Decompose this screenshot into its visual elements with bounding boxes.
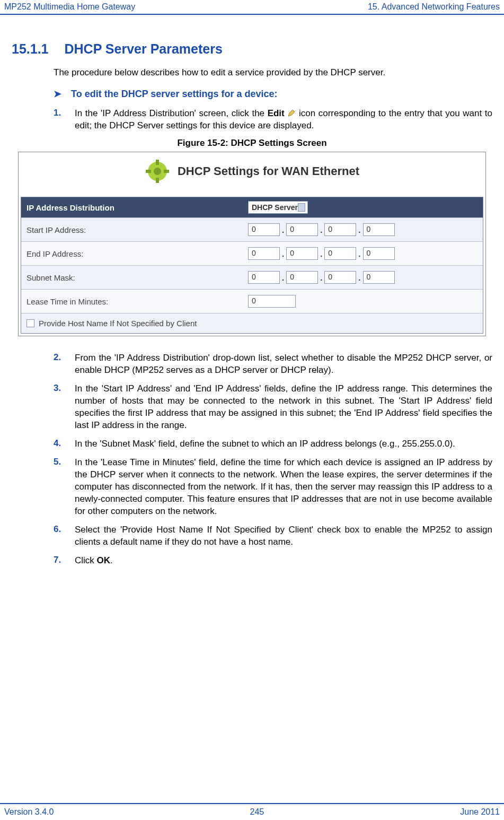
footer-version: Version 3.4.0: [4, 807, 54, 817]
step-body: In the 'Start IP Address' and 'End IP Ad…: [75, 383, 492, 432]
end-ip-octet-4[interactable]: 0: [363, 247, 395, 260]
step-number: 5.: [54, 457, 75, 467]
screenshot-title-bar: DHCP Settings for WAN Ethernet: [19, 152, 485, 195]
settings-table: IP Address Distribution DHCP Server Star…: [21, 197, 483, 334]
row-label: Lease Time in Minutes:: [26, 297, 248, 306]
svg-rect-5: [164, 170, 169, 173]
svg-rect-3: [156, 178, 159, 183]
step-3: 3. In the 'Start IP Address' and 'End IP…: [54, 383, 492, 432]
start-ip-octet-3[interactable]: 0: [324, 223, 356, 236]
pencil-icon: [287, 109, 296, 117]
row-label: End IP Address:: [26, 249, 248, 258]
row-label: Subnet Mask:: [26, 273, 248, 282]
step-4: 4. In the 'Subnet Mask' field, define th…: [54, 438, 492, 450]
end-ip-row: End IP Address: 0. 0. 0. 0: [21, 241, 483, 265]
step-number: 4.: [54, 438, 75, 449]
checkbox-label: Provide Host Name If Not Specified by Cl…: [39, 319, 197, 328]
task-heading: ➤ To edit the DHCP server settings for a…: [54, 89, 492, 100]
subnet-row: Subnet Mask: 0. 0. 0. 0: [21, 265, 483, 289]
step-number: 6.: [54, 524, 75, 535]
step-2: 2. From the 'IP Address Distribution' dr…: [54, 352, 492, 377]
step-body: In the 'Lease Time in Minutes' field, de…: [75, 457, 492, 518]
gear-icon: [145, 159, 170, 184]
step-number: 1.: [54, 108, 75, 118]
hostname-checkbox[interactable]: [26, 319, 34, 327]
subnet-octet-4[interactable]: 0: [363, 271, 395, 284]
step-number: 7.: [54, 555, 75, 565]
intro-paragraph: The procedure below describes how to edi…: [54, 67, 492, 78]
footer-date: June 2011: [460, 807, 500, 817]
step-1: 1. In the 'IP Address Distribution' scre…: [54, 108, 492, 132]
svg-rect-4: [146, 170, 151, 173]
arrow-icon: ➤: [54, 89, 61, 100]
header-right: 15. Advanced Networking Features: [368, 2, 500, 12]
dhcp-settings-screenshot: DHCP Settings for WAN Ethernet IP Addres…: [18, 152, 486, 336]
end-ip-octet-1[interactable]: 0: [248, 247, 280, 260]
step-7: 7. Click OK.: [54, 555, 492, 567]
step-body: From the 'IP Address Distribution' drop-…: [75, 352, 492, 377]
subnet-octet-3[interactable]: 0: [324, 271, 356, 284]
header-label: IP Address Distribution: [26, 203, 248, 212]
section-number: 15.1.1: [12, 41, 49, 57]
section-title: DHCP Server Parameters: [65, 41, 223, 56]
page-footer: Version 3.4.0 245 June 2011: [0, 803, 504, 817]
screenshot-title: DHCP Settings for WAN Ethernet: [178, 164, 359, 178]
start-ip-octet-2[interactable]: 0: [286, 223, 318, 236]
hostname-checkbox-row: Provide Host Name If Not Specified by Cl…: [21, 313, 483, 333]
page-content: 15.1.1DHCP Server Parameters The procedu…: [0, 15, 504, 567]
step-body: In the 'Subnet Mask' field, define the s…: [75, 438, 492, 450]
step-body: Select the 'Provide Host Name If Not Spe…: [75, 524, 492, 548]
step-number: 3.: [54, 383, 75, 394]
section-heading: 15.1.1DHCP Server Parameters: [12, 41, 492, 57]
start-ip-octet-1[interactable]: 0: [248, 223, 280, 236]
row-label: Start IP Address:: [26, 225, 248, 234]
step-number: 2.: [54, 352, 75, 363]
page-header: MP252 Multimedia Home Gateway 15. Advanc…: [0, 0, 504, 15]
step-5: 5. In the 'Lease Time in Minutes' field,…: [54, 457, 492, 518]
svg-point-1: [154, 168, 161, 175]
step-body: In the 'IP Address Distribution' screen,…: [75, 108, 492, 132]
table-header-row: IP Address Distribution DHCP Server: [21, 197, 483, 217]
step-body: Click OK.: [75, 555, 492, 567]
lease-row: Lease Time in Minutes: 0: [21, 289, 483, 313]
lease-input[interactable]: 0: [248, 295, 296, 308]
ip-distribution-dropdown[interactable]: DHCP Server: [248, 201, 308, 214]
subnet-octet-1[interactable]: 0: [248, 271, 280, 284]
svg-rect-2: [156, 160, 159, 165]
step-6: 6. Select the 'Provide Host Name If Not …: [54, 524, 492, 548]
header-left: MP252 Multimedia Home Gateway: [4, 2, 135, 12]
start-ip-row: Start IP Address: 0. 0. 0. 0: [21, 217, 483, 241]
footer-page-number: 245: [250, 807, 264, 817]
task-text: To edit the DHCP server settings for a d…: [71, 89, 277, 100]
start-ip-octet-4[interactable]: 0: [363, 223, 395, 236]
figure-caption: Figure 15-2: DHCP Settings Screen: [12, 138, 492, 149]
end-ip-octet-3[interactable]: 0: [324, 247, 356, 260]
subnet-octet-2[interactable]: 0: [286, 271, 318, 284]
end-ip-octet-2[interactable]: 0: [286, 247, 318, 260]
